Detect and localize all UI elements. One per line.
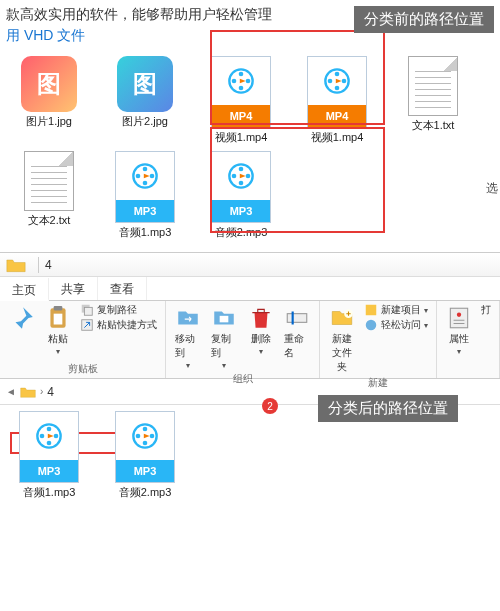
new-item-label: 新建项目 — [381, 303, 421, 317]
ribbon-group-organize: 移动到 ▾ 复制到 ▾ 删除 ▾ 重命名 组织 — [166, 301, 320, 378]
clipboard-icon — [45, 305, 71, 331]
tab-share[interactable]: 共享 — [49, 277, 98, 300]
svg-marker-42 — [48, 434, 54, 439]
titlebar-separator — [38, 257, 39, 273]
annotation-before-label: 分类前的路径位置 — [354, 6, 494, 33]
highlight-box-audios — [210, 127, 385, 233]
tab-view[interactable]: 查看 — [98, 277, 147, 300]
breadcrumb-item[interactable]: 4 — [47, 385, 54, 399]
properties-button[interactable]: 属性 ▾ — [443, 303, 475, 358]
annotation-after-label: 分类后的路径位置 — [318, 395, 458, 422]
delete-icon — [248, 305, 274, 331]
properties-icon — [446, 305, 472, 331]
highlight-box-videos — [210, 30, 385, 125]
easy-access-icon — [364, 318, 378, 332]
properties-label: 属性 — [449, 332, 469, 346]
rename-label: 重命名 — [284, 332, 310, 360]
chevron-down-icon: ▾ — [56, 347, 60, 356]
rename-icon — [284, 305, 310, 331]
delete-button[interactable]: 删除 ▾ — [245, 303, 277, 358]
svg-point-34 — [366, 320, 377, 331]
new-group-label: 新建 — [326, 376, 430, 392]
ribbon-group-clipboard: 粘贴 ▾ 复制路径 粘贴快捷方式 剪贴板 — [0, 301, 166, 378]
svg-point-45 — [150, 434, 155, 439]
audio-file-icon: MP3 — [19, 411, 79, 483]
paste-shortcut-button[interactable]: 粘贴快捷方式 — [78, 318, 159, 332]
paste-shortcut-label: 粘贴快捷方式 — [97, 318, 157, 332]
delete-label: 删除 — [251, 332, 271, 346]
copy-to-label: 复制到 — [211, 332, 237, 360]
svg-point-15 — [143, 181, 148, 186]
file-item[interactable]: MP3音频2.mp3 — [106, 411, 184, 500]
open-button[interactable]: 打 — [479, 303, 493, 317]
move-to-label: 移动到 — [175, 332, 201, 360]
file-label: 文本2.txt — [28, 213, 71, 228]
file-item[interactable]: 文本2.txt — [10, 151, 88, 240]
organize-group-label: 组织 — [172, 372, 313, 388]
desc-text: 款高效实用的软件，能够帮助用户轻松管理 — [6, 6, 272, 22]
svg-point-16 — [136, 174, 141, 179]
ribbon-tabs: 主页 共享 查看 — [0, 277, 500, 301]
file-item[interactable]: 文本1.txt — [394, 56, 472, 145]
copy-to-icon — [211, 305, 237, 331]
image-icon: 图 — [117, 56, 173, 112]
explorer-content-area: MP3音频1.mp3MP3音频2.mp3 — [0, 405, 500, 555]
image-icon: 图 — [21, 56, 77, 112]
folder-icon — [20, 385, 36, 399]
file-item[interactable]: 图图片2.jpg — [106, 56, 184, 145]
copy-path-label: 复制路径 — [97, 303, 137, 317]
pin-icon — [9, 305, 35, 331]
tab-home[interactable]: 主页 — [0, 278, 49, 301]
open-label: 打 — [481, 303, 491, 317]
svg-marker-48 — [144, 434, 150, 439]
svg-point-39 — [54, 434, 59, 439]
audio-file-icon: MP3 — [115, 411, 175, 483]
copy-path-button[interactable]: 复制路径 — [78, 303, 159, 317]
copy-to-button[interactable]: 复制到 ▾ — [208, 303, 240, 372]
explorer-titlebar: 4 — [0, 253, 500, 277]
svg-rect-33 — [366, 305, 377, 316]
svg-rect-35 — [450, 308, 467, 328]
clipboard-group-label: 剪贴板 — [6, 362, 159, 378]
svg-rect-25 — [54, 306, 63, 310]
easy-access-button[interactable]: 轻松访问 ▾ — [362, 318, 430, 332]
chevron-down-icon: ▾ — [186, 361, 190, 370]
chevron-down-icon: ▾ — [424, 321, 428, 330]
ribbon-group-new: 新建 文件夹 新建项目 ▾ 轻松访问 ▾ 新建 — [320, 301, 437, 378]
svg-point-36 — [457, 313, 461, 317]
annotation-marker-2: 2 — [262, 398, 278, 414]
file-item[interactable]: MP3音频1.mp3 — [10, 411, 88, 500]
svg-point-46 — [143, 441, 148, 446]
file-item[interactable]: MP3音频1.mp3 — [106, 151, 184, 240]
new-folder-icon — [329, 305, 355, 331]
svg-point-38 — [47, 427, 52, 432]
chevron-down-icon: ▾ — [222, 361, 226, 370]
shortcut-icon — [80, 318, 94, 332]
pin-quick-access-button[interactable] — [6, 303, 38, 333]
svg-rect-28 — [84, 307, 92, 315]
new-item-icon — [364, 303, 378, 317]
history-back-icon[interactable]: ◄ — [6, 386, 16, 397]
svg-point-47 — [136, 434, 141, 439]
copy-path-icon — [80, 303, 94, 317]
new-folder-button[interactable]: 新建 文件夹 — [326, 303, 358, 376]
paste-button[interactable]: 粘贴 ▾ — [42, 303, 74, 358]
new-item-button[interactable]: 新建项目 ▾ — [362, 303, 430, 317]
move-to-icon — [175, 305, 201, 331]
side-cropped-char: 选 — [486, 180, 498, 197]
desc-link-text: 用 VHD 文件 — [6, 27, 85, 43]
file-label: 图片2.jpg — [122, 114, 168, 129]
file-label: 文本1.txt — [412, 118, 455, 133]
chevron-down-icon: ▾ — [457, 347, 461, 356]
rename-button[interactable]: 重命名 — [281, 303, 313, 362]
paste-label: 粘贴 — [48, 332, 68, 346]
breadcrumb-separator-icon: › — [40, 386, 43, 397]
file-item[interactable]: 图图片1.jpg — [10, 56, 88, 145]
easy-access-label: 轻松访问 — [381, 318, 421, 332]
move-to-button[interactable]: 移动到 ▾ — [172, 303, 204, 372]
new-folder-label: 新建 文件夹 — [329, 332, 355, 374]
svg-point-13 — [143, 167, 148, 172]
svg-point-40 — [47, 441, 52, 446]
folder-icon — [6, 256, 26, 274]
svg-point-41 — [40, 434, 45, 439]
